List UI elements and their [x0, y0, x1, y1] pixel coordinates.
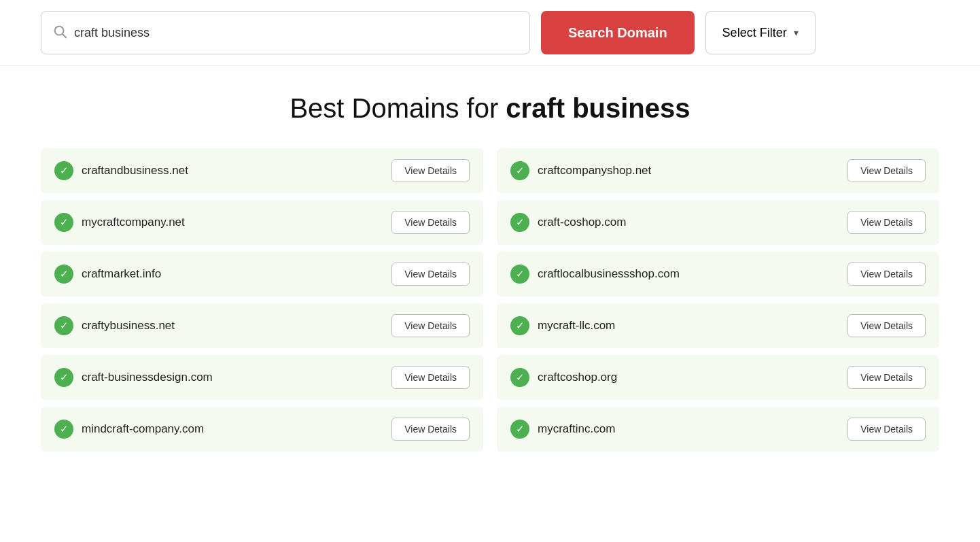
domain-left: ✓ craftcompanyshop.net [510, 161, 651, 180]
search-input[interactable] [74, 26, 519, 40]
domain-left: ✓ mindcraft-company.com [54, 420, 204, 439]
domain-row: ✓ craftcompanyshop.net View Details [497, 148, 939, 193]
view-details-button[interactable]: View Details [391, 211, 470, 234]
available-icon: ✓ [54, 213, 73, 232]
domain-row: ✓ craft-coshop.com View Details [497, 200, 939, 245]
domain-name: craftybusiness.net [82, 319, 175, 333]
domain-left: ✓ craftandbusiness.net [54, 161, 188, 180]
view-details-button[interactable]: View Details [391, 262, 470, 286]
domain-row: ✓ craft-businessdesign.com View Details [41, 355, 483, 400]
chevron-down-icon: ▾ [794, 27, 799, 38]
domain-left: ✓ craft-coshop.com [510, 213, 626, 232]
domain-row: ✓ mindcraft-company.com View Details [41, 407, 483, 452]
svg-line-1 [63, 34, 66, 37]
domain-row: ✓ craftmarket.info View Details [41, 252, 483, 297]
available-icon: ✓ [510, 265, 529, 284]
search-icon [52, 24, 67, 42]
available-icon: ✓ [510, 213, 529, 232]
heading-bold: craft business [506, 93, 690, 123]
domain-row: ✓ craftandbusiness.net View Details [41, 148, 483, 193]
available-icon: ✓ [54, 161, 73, 180]
domain-row: ✓ craftybusiness.net View Details [41, 303, 483, 348]
domain-name: mycraftinc.com [538, 422, 615, 436]
available-icon: ✓ [510, 316, 529, 335]
search-wrapper [41, 11, 530, 54]
domain-name: craft-coshop.com [538, 216, 626, 229]
domain-left: ✓ craftmarket.info [54, 265, 161, 284]
available-icon: ✓ [54, 368, 73, 387]
view-details-button[interactable]: View Details [847, 366, 926, 389]
domain-name: craftandbusiness.net [82, 164, 188, 177]
select-filter-button[interactable]: Select Filter ▾ [705, 11, 816, 54]
view-details-button[interactable]: View Details [391, 418, 470, 441]
view-details-button[interactable]: View Details [847, 211, 926, 234]
view-details-button[interactable]: View Details [847, 314, 926, 337]
heading-prefix: Best Domains for [290, 93, 506, 123]
available-icon: ✓ [54, 420, 73, 439]
domain-row: ✓ mycraft-llc.com View Details [497, 303, 939, 348]
domain-name: craftlocalbusinessshop.com [538, 267, 680, 281]
view-details-button[interactable]: View Details [847, 262, 926, 286]
domain-row: ✓ mycraftcompany.net View Details [41, 200, 483, 245]
domain-grid: ✓ craftandbusiness.net View Details ✓ cr… [41, 148, 939, 452]
main-content: Best Domains for craft business ✓ crafta… [0, 66, 980, 479]
view-details-button[interactable]: View Details [847, 159, 926, 182]
domain-left: ✓ craftcoshop.org [510, 368, 617, 387]
page-heading: Best Domains for craft business [41, 93, 939, 124]
domain-row: ✓ craftlocalbusinessshop.com View Detail… [497, 252, 939, 297]
domain-name: craftcompanyshop.net [538, 164, 651, 177]
available-icon: ✓ [54, 265, 73, 284]
view-details-button[interactable]: View Details [391, 159, 470, 182]
view-details-button[interactable]: View Details [391, 366, 470, 389]
domain-left: ✓ mycraftinc.com [510, 420, 615, 439]
domain-row: ✓ mycraftinc.com View Details [497, 407, 939, 452]
domain-name: mycraft-llc.com [538, 319, 615, 333]
view-details-button[interactable]: View Details [847, 418, 926, 441]
available-icon: ✓ [510, 420, 529, 439]
domain-name: mycraftcompany.net [82, 216, 185, 229]
domain-name: mindcraft-company.com [82, 422, 204, 436]
domain-row: ✓ craftcoshop.org View Details [497, 355, 939, 400]
available-icon: ✓ [510, 161, 529, 180]
available-icon: ✓ [54, 316, 73, 335]
domain-left: ✓ craftlocalbusinessshop.com [510, 265, 680, 284]
search-domain-button[interactable]: Search Domain [541, 11, 695, 54]
domain-name: craft-businessdesign.com [82, 371, 213, 384]
domain-name: craftmarket.info [82, 267, 161, 281]
domain-name: craftcoshop.org [538, 371, 617, 384]
domain-left: ✓ craftybusiness.net [54, 316, 175, 335]
view-details-button[interactable]: View Details [391, 314, 470, 337]
filter-label: Select Filter [722, 26, 787, 40]
domain-left: ✓ craft-businessdesign.com [54, 368, 213, 387]
top-bar: Search Domain Select Filter ▾ [0, 0, 980, 66]
domain-left: ✓ mycraft-llc.com [510, 316, 615, 335]
available-icon: ✓ [510, 368, 529, 387]
domain-left: ✓ mycraftcompany.net [54, 213, 185, 232]
